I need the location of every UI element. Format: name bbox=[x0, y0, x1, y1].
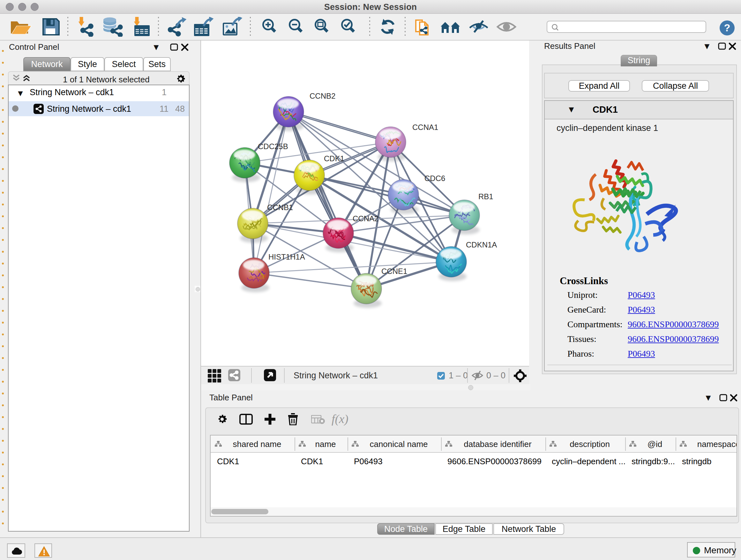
svg-text:?: ? bbox=[724, 22, 731, 34]
svg-text:CCNB2: CCNB2 bbox=[310, 91, 335, 100]
svg-text:CDK1: CDK1 bbox=[324, 154, 344, 163]
svg-text:CCNA1: CCNA1 bbox=[412, 123, 438, 132]
svg-text:HIST1H1A: HIST1H1A bbox=[268, 253, 305, 261]
svg-text:CCNA2: CCNA2 bbox=[353, 214, 379, 223]
svg-text:CDKN1A: CDKN1A bbox=[466, 240, 497, 249]
svg-text:RB1: RB1 bbox=[478, 192, 493, 201]
svg-text:CCNE1: CCNE1 bbox=[381, 267, 407, 275]
svg-text:CDC6: CDC6 bbox=[424, 174, 445, 183]
svg-text:CDC25B: CDC25B bbox=[258, 142, 288, 151]
svg-text:CCNB1: CCNB1 bbox=[267, 203, 293, 212]
